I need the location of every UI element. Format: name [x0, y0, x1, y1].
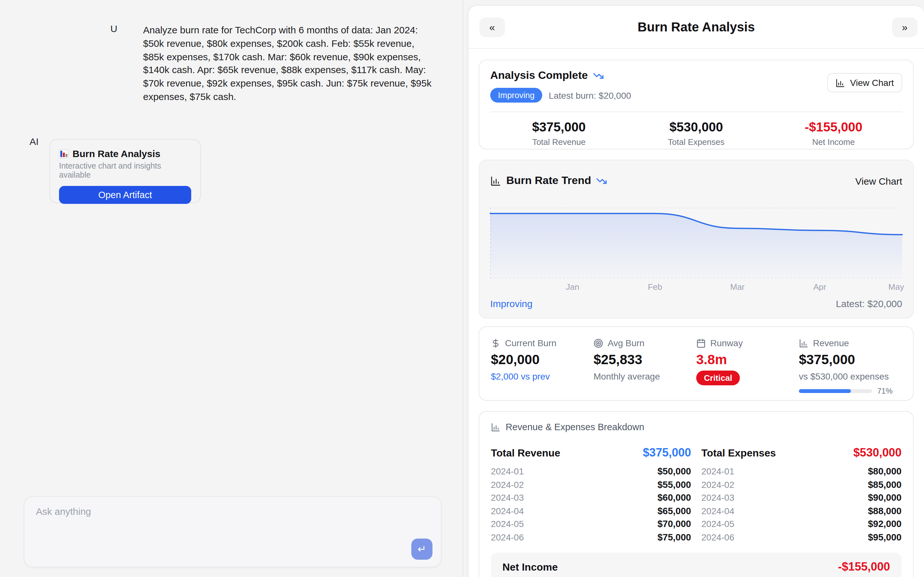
bar-chart-icon	[799, 338, 809, 348]
artifact-title: Burn Rate Analysis	[73, 148, 160, 159]
revenue-label: Revenue	[813, 338, 849, 348]
panel-header: « Burn Rate Analysis »	[468, 6, 924, 49]
expense-cell: $85,000	[868, 480, 901, 490]
revenue-cell: $60,000	[657, 493, 691, 503]
net-income-label: Net Income	[502, 561, 558, 573]
summary-heading: Analysis Complete	[490, 69, 588, 82]
panel-body: Analysis Complete Improving Latest burn:…	[468, 60, 924, 577]
chat-input-container: ↵	[24, 496, 441, 567]
bar-chart-icon	[835, 78, 845, 87]
table-row: 2024-04$88,000	[701, 504, 901, 517]
revenue-column-total: $375,000	[643, 446, 691, 460]
status-badge: Improving	[490, 88, 542, 103]
net-income-box: Net Income -$155,000 Loss-making over th…	[491, 553, 901, 577]
total-revenue-label: Total Revenue	[490, 137, 628, 147]
month-cell: 2024-02	[491, 480, 524, 490]
calendar-icon	[696, 338, 706, 348]
avg-burn-label: Avg Burn	[607, 338, 645, 348]
user-avatar: U	[110, 23, 118, 34]
total-revenue-stat: $375,000 Total Revenue	[490, 120, 628, 147]
artifact-panel: « Burn Rate Analysis » Analysis Complete…	[468, 5, 924, 577]
chat-input[interactable]	[24, 497, 441, 567]
user-message: Analyze burn rate for TechCorp with 6 mo…	[143, 24, 433, 104]
expense-cell: $88,000	[868, 506, 901, 516]
avg-burn-metric: Avg Burn $25,833 Monthly average	[594, 338, 696, 400]
table-row: 2024-05$70,000	[491, 517, 691, 530]
current-burn-metric: Current Burn $20,000 $2,000 vs prev	[491, 338, 594, 400]
x-axis-label: Mar	[730, 282, 745, 292]
table-row: 2024-03$90,000	[701, 491, 901, 504]
revenue-value: $375,000	[799, 352, 901, 367]
enter-icon: ↵	[418, 544, 426, 554]
open-artifact-button[interactable]: Open Artifact	[59, 186, 191, 204]
month-cell: 2024-02	[701, 480, 734, 490]
artifact-card[interactable]: Burn Rate Analysis Interactive chart and…	[49, 139, 201, 203]
month-cell: 2024-01	[701, 466, 734, 477]
app: U Analyze burn rate for TechCorp with 6 …	[0, 0, 924, 577]
artifact-subtitle: Interactive chart and insights available	[59, 161, 191, 179]
trend-card: Burn Rate Trend View Chart JanFebMarAprM…	[479, 160, 914, 319]
net-income-value: -$155,000	[838, 560, 890, 574]
month-cell: 2024-04	[701, 506, 734, 516]
trend-status-text: Improving	[490, 298, 533, 309]
summary-card: Analysis Complete Improving Latest burn:…	[479, 60, 914, 149]
runway-value: 3.8m	[696, 352, 799, 367]
revenue-sub: vs $530,000 expenses	[799, 371, 901, 382]
metrics-card: Current Burn $20,000 $2,000 vs prev Avg …	[479, 326, 914, 401]
revenue-column-title: Total Revenue	[491, 447, 560, 459]
month-cell: 2024-05	[491, 519, 524, 529]
month-cell: 2024-03	[701, 493, 734, 503]
x-axis-labels: JanFebMarAprMay	[490, 282, 902, 290]
expenses-column-title: Total Expenses	[701, 447, 776, 459]
revenue-metric: Revenue $375,000 vs $530,000 expenses 71…	[799, 338, 901, 400]
burn-rate-sparkline	[490, 208, 902, 278]
runway-label: Runway	[710, 338, 743, 348]
trend-heading: Burn Rate Trend	[506, 174, 591, 187]
revenue-progress: 71%	[799, 387, 893, 396]
view-chart-button[interactable]: View Chart	[827, 73, 902, 92]
avg-burn-sub: Monthly average	[594, 371, 696, 382]
net-income-value: -$155,000	[765, 120, 902, 135]
expense-cell: $90,000	[868, 493, 901, 503]
expenses-column: Total Expenses $530,000 2024-01$80,00020…	[701, 446, 901, 544]
trend-view-chart-link[interactable]: View Chart	[855, 175, 902, 186]
total-expenses-stat: $530,000 Total Expenses	[628, 120, 765, 147]
view-chart-label: View Chart	[850, 77, 894, 88]
panel-title: Burn Rate Analysis	[468, 6, 924, 49]
revenue-cell: $70,000	[657, 519, 691, 529]
trend-latest-text: Latest: $20,000	[836, 298, 902, 309]
current-burn-label: Current Burn	[505, 338, 556, 348]
revenue-cell: $75,000	[657, 532, 691, 542]
net-income-stat: -$155,000 Net Income	[765, 120, 902, 147]
progress-fill	[799, 389, 851, 393]
dollar-icon	[491, 338, 501, 348]
current-burn-delta: $2,000 vs prev	[491, 371, 594, 382]
month-cell: 2024-05	[701, 519, 734, 529]
chat-panel: U Analyze burn rate for TechCorp with 6 …	[0, 0, 463, 577]
revenue-cell: $50,000	[657, 466, 691, 477]
table-row: 2024-06$75,000	[491, 530, 691, 544]
progress-label: 71%	[877, 387, 893, 396]
avg-burn-value: $25,833	[594, 352, 696, 367]
month-cell: 2024-04	[491, 506, 524, 516]
x-axis-label: Apr	[813, 282, 826, 292]
table-row: 2024-01$50,000	[491, 465, 691, 478]
next-artifact-button[interactable]: »	[892, 17, 918, 37]
table-row: 2024-03$60,000	[491, 491, 691, 504]
month-cell: 2024-06	[701, 532, 734, 542]
table-row: 2024-04$65,000	[491, 504, 691, 517]
bar-chart-emoji-icon	[59, 149, 69, 158]
expense-cell: $92,000	[868, 519, 901, 529]
table-row: 2024-02$55,000	[491, 478, 691, 491]
chevrons-right-icon: »	[902, 21, 908, 33]
total-expenses-value: $530,000	[628, 120, 765, 135]
send-button[interactable]: ↵	[411, 538, 433, 560]
bar-chart-icon	[491, 422, 501, 432]
progress-track	[799, 389, 872, 393]
month-cell: 2024-01	[491, 466, 524, 477]
table-row: 2024-06$95,000	[701, 530, 901, 544]
net-income-label: Net Income	[765, 137, 902, 147]
ai-avatar: AI	[29, 136, 39, 147]
expense-cell: $95,000	[868, 532, 901, 542]
revenue-column: Total Revenue $375,000 2024-01$50,000202…	[491, 446, 691, 544]
